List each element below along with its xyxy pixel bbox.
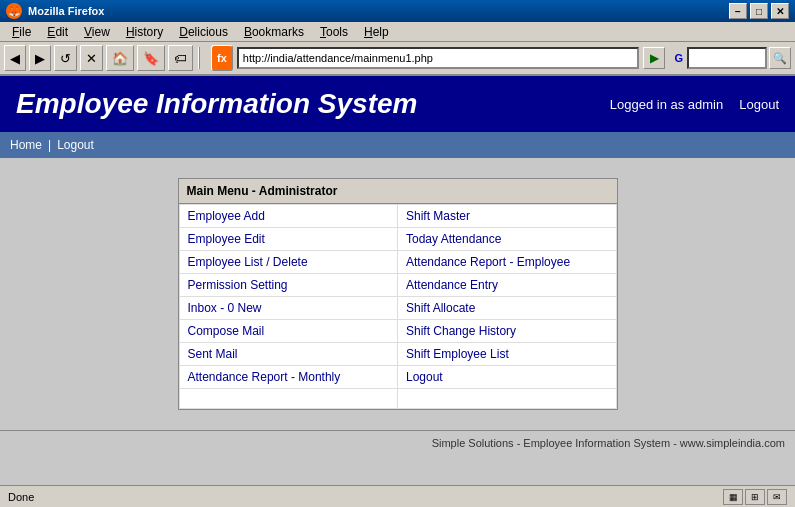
menu-item-right-0[interactable]: Shift Master [398, 205, 617, 228]
menu-bookmarks[interactable]: Bookmarks [236, 23, 312, 41]
nav-logout[interactable]: Logout [57, 138, 94, 152]
firefox-icon: 🦊 [6, 3, 22, 19]
menu-item-right-4[interactable]: Shift Allocate [398, 297, 617, 320]
search-input[interactable] [687, 47, 767, 69]
bookmark-button[interactable]: 🔖 [137, 45, 165, 71]
menu-item-right-2[interactable]: Attendance Report - Employee [398, 251, 617, 274]
status-icon-3: ✉ [767, 489, 787, 505]
app-header: Employee Information System Logged in as… [0, 76, 795, 132]
menu-help[interactable]: Help [356, 23, 397, 41]
back-button[interactable]: ◀ [4, 45, 26, 71]
menu-bar: File Edit View History Delicious Bookmar… [0, 22, 795, 42]
tag-button[interactable]: 🏷 [168, 45, 193, 71]
content-wrapper: Main Menu - Administrator Employee AddSh… [0, 158, 795, 430]
google-logo: G [674, 52, 683, 64]
menu-item-left-5[interactable]: Compose Mail [179, 320, 398, 343]
menu-item-right-3[interactable]: Attendance Entry [398, 274, 617, 297]
nav-home[interactable]: Home [10, 138, 42, 152]
menu-item-right-5[interactable]: Shift Change History [398, 320, 617, 343]
title-bar: 🦊 Mozilla Firefox − □ ✕ [0, 0, 795, 22]
menu-item-right-6[interactable]: Shift Employee List [398, 343, 617, 366]
reload-button[interactable]: ↺ [54, 45, 77, 71]
menu-history[interactable]: History [118, 23, 171, 41]
menu-item-left-4[interactable]: Inbox - 0 New [179, 297, 398, 320]
menu-empty-right [398, 389, 617, 409]
menu-delicious[interactable]: Delicious [171, 23, 236, 41]
search-button[interactable]: 🔍 [769, 47, 791, 69]
toolbar: ◀ ▶ ↺ ✕ 🏠 🔖 🏷 fx ▶ G 🔍 [0, 42, 795, 76]
address-input[interactable] [237, 47, 640, 69]
logged-in-text: Logged in as admin [610, 97, 723, 112]
window-title: Mozilla Firefox [28, 5, 729, 17]
address-bar: fx ▶ [211, 45, 665, 71]
home-button[interactable]: 🏠 [106, 45, 134, 71]
app-title: Employee Information System [16, 88, 417, 120]
menu-item-left-0[interactable]: Employee Add [179, 205, 398, 228]
go-button[interactable]: ▶ [643, 47, 665, 69]
menu-item-left-1[interactable]: Employee Edit [179, 228, 398, 251]
menu-item-left-3[interactable]: Permission Setting [179, 274, 398, 297]
status-icon-2: ⊞ [745, 489, 765, 505]
status-text: Done [8, 491, 34, 503]
main-area: Main Menu - Administrator Employee AddSh… [0, 158, 795, 485]
minimize-button[interactable]: − [729, 3, 747, 19]
stop-button[interactable]: ✕ [80, 45, 103, 71]
header-logout-link[interactable]: Logout [739, 97, 779, 112]
menu-item-left-6[interactable]: Sent Mail [179, 343, 398, 366]
status-icons: ▦ ⊞ ✉ [723, 489, 787, 505]
menu-item-left-7[interactable]: Attendance Report - Monthly [179, 366, 398, 389]
menu-table: Employee AddShift MasterEmployee EditTod… [179, 204, 617, 409]
nav-bar: Home | Logout [0, 132, 795, 158]
footer-text: Simple Solutions - Employee Information … [432, 437, 785, 449]
close-button[interactable]: ✕ [771, 3, 789, 19]
menu-view[interactable]: View [76, 23, 118, 41]
nav-separator: | [48, 138, 51, 152]
header-right: Logged in as admin Logout [610, 97, 779, 112]
main-menu-box: Main Menu - Administrator Employee AddSh… [178, 178, 618, 410]
menu-item-right-7[interactable]: Logout [398, 366, 617, 389]
firefox-logo-btn: fx [211, 45, 233, 71]
menu-edit[interactable]: Edit [39, 23, 76, 41]
menu-table-header: Main Menu - Administrator [179, 179, 617, 204]
status-icon-1: ▦ [723, 489, 743, 505]
search-box: G 🔍 [674, 47, 791, 69]
window-controls[interactable]: − □ ✕ [729, 3, 789, 19]
menu-file[interactable]: File [4, 23, 39, 41]
maximize-button[interactable]: □ [750, 3, 768, 19]
menu-item-left-2[interactable]: Employee List / Delete [179, 251, 398, 274]
menu-tools[interactable]: Tools [312, 23, 356, 41]
toolbar-separator [198, 47, 200, 69]
menu-item-right-1[interactable]: Today Attendance [398, 228, 617, 251]
menu-empty-left [179, 389, 398, 409]
forward-button[interactable]: ▶ [29, 45, 51, 71]
status-bar: Done ▦ ⊞ ✉ [0, 485, 795, 507]
footer: Simple Solutions - Employee Information … [0, 430, 795, 454]
